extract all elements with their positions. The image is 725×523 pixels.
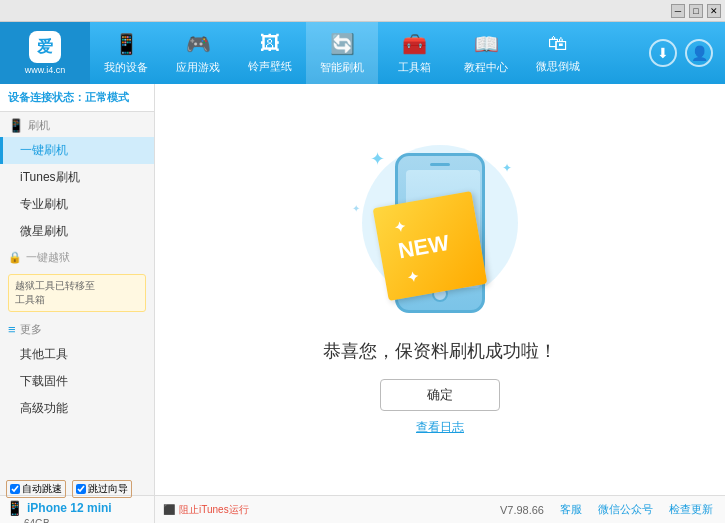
nav-smart-flash-label: 智能刷机: [320, 60, 364, 75]
nav-right: ⬇ 👤: [649, 39, 713, 67]
nav-apps-games[interactable]: 🎮 应用游戏: [162, 22, 234, 84]
bottom-bar: 自动跳速 跳过向导 📱 iPhone 12 mini 64GB Down-12m…: [0, 495, 725, 523]
check-update-link[interactable]: 检查更新: [669, 502, 713, 517]
content-area: ✦ ✦ ✦ NEW 恭喜您，保资料刷机成功啦！ 确定 查看日志: [155, 84, 725, 495]
logo[interactable]: 爱 www.i4.cn: [0, 22, 90, 84]
confirm-button[interactable]: 确定: [380, 379, 500, 411]
stop-icon: ⬛: [163, 504, 175, 515]
status-label: 设备连接状态：: [8, 91, 85, 103]
header: 爱 www.i4.cn 📱 我的设备 🎮 应用游戏 🖼 铃声壁纸 🔄 智能刷机 …: [0, 22, 725, 84]
apps-games-icon: 🎮: [186, 32, 211, 56]
sparkle-2: ✦: [502, 161, 512, 175]
download-button[interactable]: ⬇: [649, 39, 677, 67]
device-storage: 64GB: [24, 518, 148, 524]
nav-mall[interactable]: 🛍 微思倒城: [522, 22, 594, 84]
daily-log-link[interactable]: 查看日志: [416, 419, 464, 436]
flash-group-label: 刷机: [28, 118, 50, 133]
logo-url: www.i4.cn: [25, 65, 66, 75]
sidebar-group-more[interactable]: ≡ 更多: [0, 316, 154, 341]
minimize-button[interactable]: ─: [671, 4, 685, 18]
sidebar-group-flash[interactable]: 📱 刷机: [0, 112, 154, 137]
lock-icon: 🔒: [8, 251, 22, 264]
window-controls[interactable]: ─ □ ✕: [671, 4, 721, 18]
nav-wallpaper[interactable]: 🖼 铃声壁纸: [234, 22, 306, 84]
maximize-button[interactable]: □: [689, 4, 703, 18]
nav-tutorials[interactable]: 📖 教程中心: [450, 22, 522, 84]
bottom-device-name: iPhone 12 mini: [27, 501, 112, 515]
sidebar-item-itunes-flash[interactable]: iTunes刷机: [0, 164, 154, 191]
itunes-status: ⬛ 阻止iTunes运行: [155, 503, 257, 517]
nav-wallpaper-label: 铃声壁纸: [248, 59, 292, 74]
title-bar: ─ □ ✕: [0, 0, 725, 22]
sparkle-1: ✦: [370, 148, 385, 170]
nav-toolbox[interactable]: 🧰 工具箱: [378, 22, 450, 84]
auto-skip-checkbox[interactable]: 自动跳速: [6, 480, 66, 498]
itunes-label: 阻止iTunes运行: [179, 503, 249, 517]
auto-skip-input[interactable]: [10, 484, 20, 494]
bottom-device-section: 自动跳速 跳过向导 📱 iPhone 12 mini 64GB Down-12m…: [0, 496, 155, 523]
new-ribbon: NEW: [373, 191, 488, 301]
phone-speaker: [430, 163, 450, 166]
device-icon: 📱: [6, 500, 23, 516]
sidebar-item-advanced[interactable]: 高级功能: [0, 395, 154, 422]
wechat-link[interactable]: 微信公众号: [598, 502, 653, 517]
mall-icon: 🛍: [548, 32, 568, 55]
bottom-right: V7.98.66 客服 微信公众号 检查更新: [257, 502, 725, 517]
status-value: 正常模式: [85, 91, 129, 103]
checkbox-area: 自动跳速 跳过向导: [6, 480, 148, 498]
nav-my-device[interactable]: 📱 我的设备: [90, 22, 162, 84]
main-area: 设备连接状态：正常模式 📱 刷机 一键刷机 iTunes刷机 专业刷机 微星刷机…: [0, 84, 725, 495]
tutorials-icon: 📖: [474, 32, 499, 56]
nav-my-device-label: 我的设备: [104, 60, 148, 75]
more-group-icon: ≡: [8, 322, 16, 337]
sidebar-item-onekey-flash[interactable]: 一键刷机: [0, 137, 154, 164]
jailbreak-warning: 越狱工具已转移至工具箱: [8, 274, 146, 312]
wallpaper-icon: 🖼: [260, 32, 280, 55]
more-group-label: 更多: [20, 322, 42, 337]
version-label: V7.98.66: [500, 504, 544, 516]
sidebar-item-pro-flash[interactable]: 专业刷机: [0, 191, 154, 218]
nav-toolbox-label: 工具箱: [398, 60, 431, 75]
smart-flash-icon: 🔄: [330, 32, 355, 56]
sidebar-item-other-tools[interactable]: 其他工具: [0, 341, 154, 368]
device-sub-info: 64GB Down-12mini-13,1: [6, 518, 148, 524]
nav-items: 📱 我的设备 🎮 应用游戏 🖼 铃声壁纸 🔄 智能刷机 🧰 工具箱 📖 教程中心…: [90, 22, 649, 84]
user-button[interactable]: 👤: [685, 39, 713, 67]
sidebar: 设备连接状态：正常模式 📱 刷机 一键刷机 iTunes刷机 专业刷机 微星刷机…: [0, 84, 155, 495]
device-name-row: 📱 iPhone 12 mini: [6, 500, 148, 516]
sidebar-item-download-firmware[interactable]: 下载固件: [0, 368, 154, 395]
sidebar-jailbreak-title: 🔒 一键越狱: [0, 245, 154, 270]
my-device-icon: 📱: [114, 32, 139, 56]
sidebar-item-weixing-flash[interactable]: 微星刷机: [0, 218, 154, 245]
close-button[interactable]: ✕: [707, 4, 721, 18]
jailbreak-label: 一键越狱: [26, 250, 70, 265]
customer-service-link[interactable]: 客服: [560, 502, 582, 517]
status-bar: 设备连接状态：正常模式: [0, 84, 154, 112]
nav-smart-flash[interactable]: 🔄 智能刷机: [306, 22, 378, 84]
logo-icon: 爱: [29, 31, 61, 63]
skip-wizard-checkbox[interactable]: 跳过向导: [72, 480, 132, 498]
nav-apps-games-label: 应用游戏: [176, 60, 220, 75]
nav-tutorials-label: 教程中心: [464, 60, 508, 75]
sparkle-3: ✦: [352, 203, 360, 214]
success-illustration: ✦ ✦ ✦ NEW: [340, 143, 540, 323]
flash-group-icon: 📱: [8, 118, 24, 133]
success-message: 恭喜您，保资料刷机成功啦！: [323, 339, 557, 363]
skip-wizard-input[interactable]: [76, 484, 86, 494]
nav-mall-label: 微思倒城: [536, 59, 580, 74]
toolbox-icon: 🧰: [402, 32, 427, 56]
